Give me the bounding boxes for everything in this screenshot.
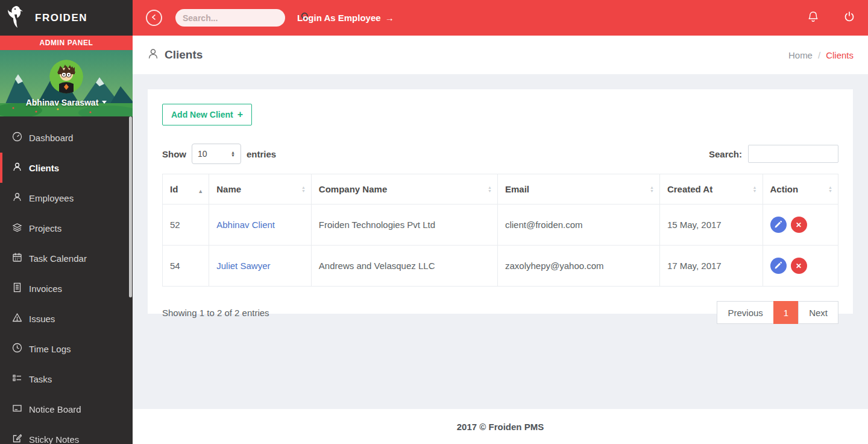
edit-button[interactable] <box>770 217 787 233</box>
clients-card: Add New Client + Show 10 ▲▼ entries Sear… <box>148 89 853 314</box>
login-as-employee-link[interactable]: Login As Employee → <box>297 13 394 23</box>
delete-button[interactable] <box>791 217 807 233</box>
sidebar-item-label: Projects <box>29 223 61 233</box>
bell-icon <box>808 11 819 25</box>
page-length-control: Show 10 ▲▼ entries <box>162 144 276 164</box>
breadcrumb-current: Clients <box>826 50 854 60</box>
table-row: 52 Abhinav Client Froiden Technologies P… <box>163 205 838 246</box>
brand-name: FROIDEN <box>35 12 87 24</box>
breadcrumb-home-link[interactable]: Home <box>788 50 813 60</box>
topbar-search-input[interactable] <box>183 13 301 23</box>
sidebar-item-time-logs[interactable]: Time Logs <box>0 334 133 364</box>
sort-icon <box>753 186 757 193</box>
entries-select[interactable]: 10 ▲▼ <box>192 144 241 164</box>
user-name-dropdown[interactable]: Abhinav Saraswat <box>26 98 107 107</box>
add-new-client-button[interactable]: Add New Client + <box>162 104 252 125</box>
pagination-page-1-button[interactable]: 1 <box>773 301 799 324</box>
close-icon <box>796 262 802 270</box>
back-arrow-icon <box>150 13 158 24</box>
column-header-action[interactable]: Action <box>763 174 838 205</box>
column-header-name[interactable]: Name <box>209 174 312 205</box>
edit-button[interactable] <box>770 258 787 274</box>
sidebar-item-task-calendar[interactable]: Task Calendar <box>0 243 133 273</box>
show-label: Show <box>162 149 186 159</box>
issues-icon <box>12 312 22 325</box>
sidebar-item-label: Invoices <box>29 284 62 294</box>
avatar[interactable] <box>49 60 83 94</box>
footer: 2017 © Froiden PMS <box>133 409 868 444</box>
table-search-label: Search: <box>709 149 742 159</box>
entries-label: entries <box>247 149 276 159</box>
column-header-email[interactable]: Email <box>497 174 659 205</box>
main-content: Add New Client + Show 10 ▲▼ entries Sear… <box>133 74 868 409</box>
pagination: Previous 1 Next <box>717 301 838 324</box>
logout-button[interactable] <box>844 11 855 25</box>
user-name: Abhinav Saraswat <box>26 98 99 107</box>
sidebar-item-employees[interactable]: Employees <box>0 183 133 213</box>
cell-created-at: 17 May, 2017 <box>659 246 763 287</box>
sort-icon <box>650 186 654 193</box>
sidebar: FROIDEN ADMIN PANEL <box>0 0 133 444</box>
employees-icon <box>12 192 22 204</box>
right-arrow-icon: → <box>385 13 394 23</box>
breadcrumb: Home / Clients <box>788 50 854 60</box>
calendar-icon <box>12 252 22 264</box>
pagination-next-button[interactable]: Next <box>798 301 838 324</box>
table-row: 54 Juliet Sawyer Andrews and Velasquez L… <box>163 246 838 287</box>
sidebar-item-notice-board[interactable]: Notice Board <box>0 394 133 424</box>
column-header-id[interactable]: Id <box>163 174 209 205</box>
page-header: Clients Home / Clients <box>133 36 868 74</box>
admin-panel-badge: ADMIN PANEL <box>0 36 133 50</box>
sidebar-item-projects[interactable]: Projects <box>0 213 133 243</box>
sort-icon <box>301 186 306 193</box>
pagination-previous-button[interactable]: Previous <box>717 301 773 324</box>
projects-icon <box>12 222 22 234</box>
delete-button[interactable] <box>791 258 807 274</box>
footer-text: 2017 © Froiden PMS <box>457 422 544 432</box>
clients-table: Id Name Company Name Email <box>162 174 838 287</box>
plus-icon: + <box>237 110 243 119</box>
pencil-icon <box>775 220 782 230</box>
breadcrumb-separator: / <box>818 50 820 60</box>
client-name-link[interactable]: Juliet Sawyer <box>216 261 270 271</box>
close-icon <box>796 221 802 229</box>
sidebar-menu: Dashboard Clients Employees Projects <box>0 116 133 444</box>
dashboard-icon <box>12 132 22 144</box>
page-title-text: Clients <box>165 48 203 62</box>
clients-icon <box>12 162 22 174</box>
column-header-created-at[interactable]: Created At <box>659 174 763 205</box>
invoices-icon <box>12 282 22 294</box>
sidebar-item-issues[interactable]: Issues <box>0 303 133 334</box>
sidebar-item-label: Tasks <box>29 374 52 384</box>
sidebar-item-invoices[interactable]: Invoices <box>0 273 133 303</box>
cell-email: zaxolyhepy@yahoo.com <box>497 246 659 287</box>
pencil-icon <box>775 261 782 271</box>
notifications-button[interactable] <box>808 11 819 25</box>
table-search-control: Search: <box>709 145 838 163</box>
sidebar-item-label: Dashboard <box>29 133 73 143</box>
sidebar-item-label: Notice Board <box>29 404 81 414</box>
client-name-link[interactable]: Abhinav Client <box>216 220 275 230</box>
clients-page-icon <box>147 48 159 63</box>
sort-icon <box>488 186 492 193</box>
sidebar-item-tasks[interactable]: Tasks <box>0 364 133 394</box>
brand-logo-area[interactable]: FROIDEN <box>0 0 133 36</box>
froiden-bird-logo-icon <box>7 5 29 31</box>
cell-id: 52 <box>163 205 209 246</box>
user-profile-area: Abhinav Saraswat <box>0 50 133 116</box>
entries-select-value: 10 <box>198 149 207 159</box>
table-search-input[interactable] <box>748 145 838 163</box>
sidebar-item-dashboard[interactable]: Dashboard <box>0 122 133 153</box>
page-title: Clients <box>147 48 203 63</box>
cell-created-at: 15 May, 2017 <box>659 205 763 246</box>
notice-board-icon <box>12 403 22 415</box>
table-info: Showing 1 to 2 of 2 entries <box>162 308 269 318</box>
cell-company: Andrews and Velasquez LLC <box>311 246 497 287</box>
sidebar-scrollbar[interactable] <box>129 116 132 297</box>
sidebar-item-label: Task Calendar <box>29 253 87 264</box>
column-header-company[interactable]: Company Name <box>311 174 497 205</box>
sidebar-item-sticky-notes[interactable]: Sticky Notes <box>0 424 133 444</box>
sidebar-item-clients[interactable]: Clients <box>0 153 133 183</box>
add-new-client-label: Add New Client <box>171 110 233 119</box>
collapse-sidebar-button[interactable] <box>146 10 162 26</box>
